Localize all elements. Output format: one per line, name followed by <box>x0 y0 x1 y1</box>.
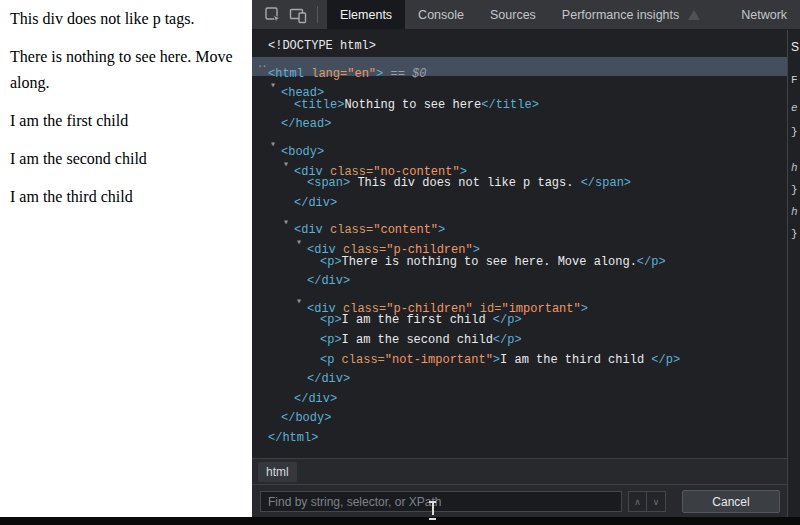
find-nav-group: ∧ ∨ <box>628 491 666 512</box>
inspect-element-button[interactable] <box>260 2 285 27</box>
page-paragraph: This div does not like p tags. <box>10 6 238 32</box>
node-html[interactable]: ···<html lang="en"> == $0 <box>252 57 787 77</box>
page-paragraph: There is nothing to see here. Move along… <box>10 44 238 96</box>
token-tag: <p <box>320 353 334 367</box>
cancel-button[interactable]: Cancel <box>682 490 780 513</box>
breadcrumb-item[interactable]: html <box>258 462 297 482</box>
tab-network[interactable]: Network <box>728 0 800 29</box>
styles-pane-fragment: } <box>791 228 798 240</box>
node-title[interactable]: <title>Nothing to see here</title> <box>252 96 787 116</box>
chevron-down-icon: ∨ <box>653 497 660 507</box>
page-paragraph: I am the second child <box>10 146 238 172</box>
node-div-content-close[interactable]: </div> <box>252 390 787 410</box>
styles-pane-fragment: h <box>791 206 798 218</box>
token-tag: </div> <box>307 372 350 386</box>
tab-label: Performance insights <box>562 8 679 22</box>
token-tag: </p> <box>493 333 522 347</box>
devtools-toolbar-icons <box>252 0 327 29</box>
node-div-p-children-1-close[interactable]: </div> <box>252 272 787 292</box>
device-toolbar-button[interactable] <box>285 2 310 27</box>
token-tag: <p> <box>320 255 342 269</box>
find-previous-button[interactable]: ∧ <box>628 491 647 512</box>
token-tag: </div> <box>294 392 337 406</box>
node-p-second[interactable]: <p>I am the second child</p> <box>252 331 787 351</box>
find-bar: ∧ ∨ Cancel <box>252 484 800 517</box>
find-input[interactable] <box>260 491 622 512</box>
styles-pane-fragment: } <box>791 126 798 138</box>
toolbar-separator <box>317 6 318 23</box>
tab-elements[interactable]: Elements <box>327 0 405 29</box>
token-val: "en" <box>347 66 376 80</box>
chevron-up-icon: ∧ <box>634 497 641 507</box>
token-val: "not-important" <box>385 353 493 367</box>
token-text: I am the second child <box>342 333 493 347</box>
token-tag: </p> <box>493 313 522 327</box>
expand-arrow-icon[interactable]: ▾ <box>296 233 307 253</box>
token-hint: == $0 <box>383 66 426 80</box>
token-tag: </body> <box>281 411 331 425</box>
styles-pane-sliver: SFe}h}h} <box>787 30 800 517</box>
inspect-cursor-icon <box>264 6 282 24</box>
token-tag: </div> <box>294 196 337 210</box>
tab-performance-insights[interactable]: Performance insights <box>549 0 728 29</box>
node-div-no-content[interactable]: ▾<div class="no-content"> <box>252 155 787 175</box>
styles-pane-fragment: F <box>791 74 798 86</box>
rendered-page-content: This div does not like p tags.There is n… <box>10 6 238 210</box>
expand-arrow-icon[interactable]: ▾ <box>296 292 307 312</box>
page-paragraph: I am the first child <box>10 108 238 134</box>
node-p-nothing[interactable]: <p>There is nothing to see here. Move al… <box>252 253 787 273</box>
tab-label: Network <box>741 8 787 22</box>
node-div-no-content-close[interactable]: </div> <box>252 194 787 214</box>
text-cursor-icon <box>428 501 437 516</box>
token-tag: <title> <box>294 98 344 112</box>
node-div-content[interactable]: ▾<div class="content"> <box>252 213 787 233</box>
token-tag: </p> <box>651 353 680 367</box>
token-tag: </div> <box>307 274 350 288</box>
token-tag: </head> <box>281 117 331 131</box>
token-tag: </title> <box>481 98 539 112</box>
token-tag: > <box>581 301 588 315</box>
find-next-button[interactable]: ∨ <box>647 491 666 512</box>
tab-sources[interactable]: Sources <box>477 0 549 29</box>
expand-arrow-icon[interactable]: ▾ <box>283 155 294 175</box>
devtools-toolbar: ElementsConsoleSourcesPerformance insigh… <box>252 0 800 30</box>
node-div-p-children-2[interactable]: ▾<div class="p-children" id="important"> <box>252 292 787 312</box>
experiment-triangle-icon <box>688 10 700 20</box>
devtools-tab-strip: ElementsConsoleSourcesPerformance insigh… <box>327 0 800 29</box>
node-doctype[interactable]: <!DOCTYPE html> <box>252 37 787 57</box>
dom-tree: <!DOCTYPE html>···<html lang="en"> == $0… <box>252 30 787 450</box>
token-tag: > <box>493 353 500 367</box>
expand-arrow-icon[interactable]: ▾ <box>283 213 294 233</box>
tab-console[interactable]: Console <box>405 0 477 29</box>
token-text: This div does not like p tags. <box>350 176 580 190</box>
token-tag: <span> <box>307 176 350 190</box>
expand-arrow-icon[interactable]: ▾ <box>270 76 281 96</box>
node-div-p-children-1[interactable]: ▾<div class="p-children"> <box>252 233 787 253</box>
token-tag: <p> <box>320 313 342 327</box>
expand-arrow-icon[interactable]: ▾ <box>270 135 281 155</box>
token-tag: </html> <box>268 431 318 445</box>
node-head-close[interactable]: </head> <box>252 115 787 135</box>
rendered-page: This div does not like p tags.There is n… <box>0 0 252 517</box>
tab-label: Sources <box>490 8 536 22</box>
devtools-panel: ElementsConsoleSourcesPerformance insigh… <box>252 0 800 517</box>
node-html-close[interactable]: </html> <box>252 429 787 449</box>
node-body[interactable]: ▾<body> <box>252 135 787 155</box>
node-div-p-children-2-close[interactable]: </div> <box>252 370 787 390</box>
breadcrumb: html <box>252 458 787 484</box>
styles-pane-fragment: e <box>791 102 798 114</box>
styles-pane-fragment: h <box>791 162 798 174</box>
node-span[interactable]: <span> This div does not like p tags. </… <box>252 174 787 194</box>
node-body-close[interactable]: </body> <box>252 409 787 429</box>
token-text: There is nothing to see here. Move along… <box>342 255 637 269</box>
node-p-third[interactable]: <p class="not-important">I am the third … <box>252 351 787 371</box>
node-p-first[interactable]: <p>I am the first child </p> <box>252 311 787 331</box>
taskbar <box>0 517 800 525</box>
token-text: I am the first child <box>342 313 493 327</box>
token-text: I am the third child <box>500 353 651 367</box>
device-toolbar-icon <box>289 6 307 24</box>
token-tag: </span> <box>581 176 631 190</box>
hover-dots-icon: ··· <box>257 57 268 77</box>
styles-pane-fragment: S <box>791 40 799 54</box>
token-attr: class= <box>334 353 384 367</box>
